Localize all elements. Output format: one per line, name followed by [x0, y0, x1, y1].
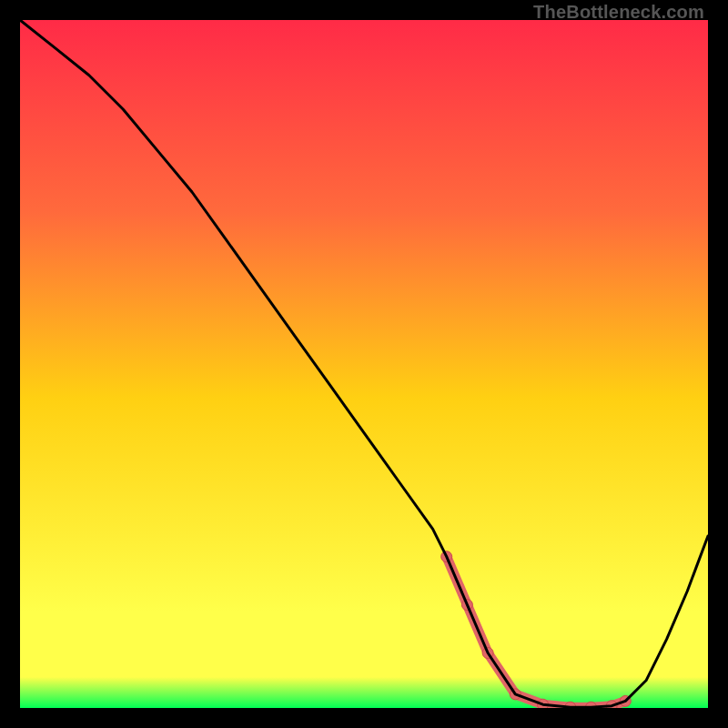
bottleneck-plot: [20, 20, 708, 708]
gradient-background: [20, 20, 708, 708]
watermark-text: TheBottleneck.com: [533, 2, 704, 23]
chart-frame: [20, 20, 708, 708]
